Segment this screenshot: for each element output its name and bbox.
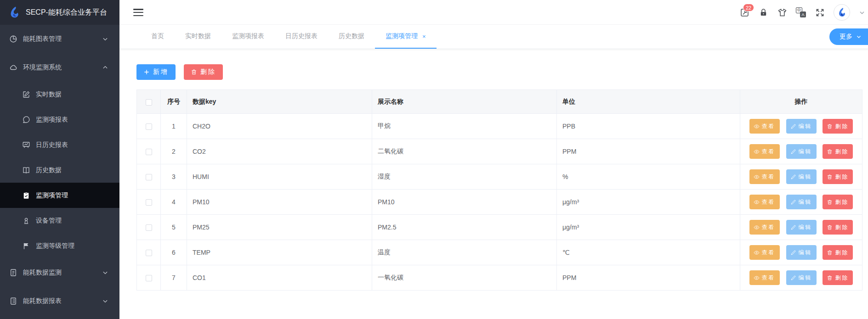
row-index: 5 (161, 215, 187, 240)
row-actions: 查看 编辑 删除 (740, 215, 862, 240)
tab-history-data[interactable]: 历史数据 (328, 25, 375, 49)
main-area: 22 (119, 0, 868, 319)
row-actions: 查看 编辑 删除 (740, 139, 862, 164)
row-unit: μg/m³ (557, 190, 740, 215)
eye-icon (754, 275, 760, 281)
edit-button[interactable]: 编辑 (786, 144, 817, 159)
tab-monitoring-report[interactable]: 监测项报表 (221, 25, 275, 49)
row-actions: 查看 编辑 删除 (740, 240, 862, 265)
table-row: 5 PM25 PM2.5 μg/m³ 查看 编辑 删除 (137, 215, 862, 240)
view-button[interactable]: 查看 (749, 220, 780, 235)
view-button[interactable]: 查看 (749, 245, 780, 260)
tab-realtime-data[interactable]: 实时数据 (175, 25, 221, 49)
fullscreen-button[interactable] (815, 7, 825, 17)
translate-icon: 中A (796, 7, 806, 17)
row-data-key: CO2 (187, 139, 372, 164)
tools-button[interactable]: 22 (739, 7, 749, 17)
pencil-icon (790, 174, 796, 180)
delete-row-button[interactable]: 删除 (823, 119, 853, 134)
pencil-icon (790, 149, 796, 155)
row-unit: μg/m³ (557, 215, 740, 240)
edit-button[interactable]: 编辑 (786, 169, 817, 184)
delete-row-button[interactable]: 删除 (823, 169, 853, 184)
row-index: 6 (161, 240, 187, 265)
delete-row-button[interactable]: 删除 (823, 144, 853, 159)
batch-delete-button[interactable]: 删除 (184, 64, 223, 80)
theme-button[interactable] (777, 7, 787, 17)
column-header-key: 数据key (187, 90, 372, 114)
row-index: 1 (161, 114, 187, 139)
row-checkbox[interactable] (146, 123, 152, 130)
row-checkbox[interactable] (146, 149, 152, 155)
edit-button[interactable]: 编辑 (786, 220, 817, 235)
trash-icon (827, 123, 833, 129)
plus-icon (143, 69, 150, 75)
edit-button[interactable]: 编辑 (786, 270, 817, 285)
sidebar-item-energy-chart-mgmt[interactable]: 能耗图表管理 (0, 25, 119, 53)
open-book-icon (22, 166, 30, 174)
row-unit: PPB (557, 114, 740, 139)
delete-row-button[interactable]: 删除 (823, 195, 853, 209)
tab-home[interactable]: 首页 (141, 25, 175, 49)
cloud-icon (9, 63, 17, 72)
user-avatar[interactable] (834, 4, 850, 21)
row-index: 4 (161, 190, 187, 215)
lock-button[interactable] (758, 7, 768, 17)
hamburger-menu-icon[interactable] (133, 7, 143, 17)
sidebar-item-label: 设备管理 (36, 217, 62, 225)
row-checkbox[interactable] (146, 224, 152, 231)
sidebar-item-env-monitoring[interactable]: 环境监测系统 (0, 53, 119, 82)
view-button[interactable]: 查看 (749, 195, 780, 209)
sidebar-item-energy-data-monitoring[interactable]: 能耗数据监测 (0, 258, 119, 287)
view-button[interactable]: 查看 (749, 169, 780, 184)
pie-chart-icon (9, 35, 17, 43)
row-checkbox[interactable] (146, 275, 152, 281)
row-checkbox[interactable] (146, 174, 152, 180)
fullscreen-icon (815, 8, 825, 17)
sidebar-item-device-mgmt[interactable]: 设备管理 (0, 208, 119, 233)
row-checkbox[interactable] (146, 199, 152, 206)
row-display-name: 温度 (372, 240, 557, 265)
sidebar-item-realtime-data[interactable]: 实时数据 (0, 82, 119, 107)
sidebar-item-monitoring-item-mgmt[interactable]: 监测项管理 (0, 183, 119, 208)
app-title: SECP-能耗综合业务平台 (26, 8, 107, 17)
tab-monitoring-item-mgmt[interactable]: 监测项管理 × (375, 25, 437, 49)
row-display-name: PM2.5 (372, 215, 557, 240)
sidebar-item-label: 日历史报表 (36, 141, 68, 149)
row-index: 3 (161, 164, 187, 190)
select-all-checkbox[interactable] (146, 99, 152, 106)
row-checkbox[interactable] (146, 250, 152, 256)
view-button[interactable]: 查看 (749, 144, 780, 159)
delete-row-button[interactable]: 删除 (823, 220, 853, 235)
tab-bar: 首页 实时数据 监测项报表 日历史报表 历史数据 监测项管理 × 更多 (119, 25, 868, 49)
comment-icon (22, 116, 30, 124)
pencil-icon (790, 275, 796, 281)
language-button[interactable]: 中A (796, 7, 806, 17)
trash-icon (827, 174, 833, 180)
delete-row-button[interactable]: 删除 (823, 270, 853, 285)
edit-button[interactable]: 编辑 (786, 119, 817, 134)
row-actions: 查看 编辑 删除 (740, 114, 862, 139)
chevron-down-icon (102, 269, 108, 276)
sidebar-item-monitoring-report[interactable]: 监测项报表 (0, 107, 119, 132)
user-menu-chevron[interactable] (859, 7, 865, 17)
sidebar-item-daily-history-report[interactable]: 日历史报表 (0, 132, 119, 157)
add-button[interactable]: 新增 (136, 64, 176, 80)
edit-button[interactable]: 编辑 (786, 245, 817, 260)
delete-row-button[interactable]: 删除 (823, 245, 853, 260)
view-button[interactable]: 查看 (749, 119, 780, 134)
sidebar-item-history-data[interactable]: 历史数据 (0, 157, 119, 183)
trash-icon (827, 224, 833, 230)
tab-daily-history-report[interactable]: 日历史报表 (275, 25, 328, 49)
row-data-key: PM25 (187, 215, 372, 240)
edit-square-icon (22, 90, 30, 99)
sidebar-item-energy-data-report[interactable]: 能耗数据报表 (0, 287, 119, 315)
view-button[interactable]: 查看 (749, 270, 780, 285)
more-button[interactable]: 更多 (829, 28, 868, 45)
tab-close-icon[interactable]: × (422, 34, 426, 39)
table-row: 6 TEMP 温度 ℃ 查看 编辑 删除 (137, 240, 862, 265)
sidebar-item-label: 实时数据 (36, 90, 62, 99)
edit-button[interactable]: 编辑 (786, 195, 817, 209)
sidebar-item-monitoring-level-mgmt[interactable]: 监测等级管理 (0, 233, 119, 258)
person-pin-icon (22, 217, 30, 225)
